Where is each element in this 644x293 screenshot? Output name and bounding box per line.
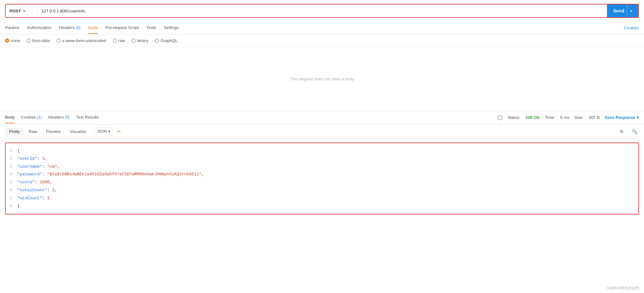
response-meta: Status: 200 OK Time: 6 ms Size: 307 B Sa… [497, 115, 639, 120]
tab-tests[interactable]: Tests [147, 22, 156, 34]
status-value: 200 OK [526, 115, 540, 120]
format-label: JSON [97, 129, 107, 134]
time-value: 6 ms [560, 115, 569, 120]
body-type-binary[interactable]: binary [132, 38, 148, 43]
resp-tab-cookies[interactable]: Cookies (1) [21, 112, 42, 123]
code-line-6: 6 "totalCount": 2, [6, 187, 638, 194]
body-type-urlencoded[interactable]: x-www-form-urlencoded [57, 38, 106, 43]
radio-form-data [27, 39, 31, 43]
tab-params[interactable]: Params [5, 22, 19, 34]
footer-text: CSDN @粉色的志明 [607, 286, 639, 290]
code-line-2: 2 "userId": 3, [6, 155, 638, 163]
headers-badge: (9) [76, 26, 80, 30]
viewer-actions: ⧉ 🔍 [617, 127, 639, 136]
request-tab-bar: Params Authorization Headers (9) Body Pr… [0, 22, 644, 34]
code-line-1: 1 { [6, 147, 638, 155]
send-label: Send [613, 8, 624, 13]
tab-pre-request[interactable]: Pre-request Script [105, 22, 139, 34]
copy-icon[interactable]: ⧉ [617, 127, 626, 136]
radio-raw [113, 39, 117, 43]
code-line-7: 7 "winCount": 1 [6, 194, 638, 202]
save-response-button[interactable]: Save Response ▾ [605, 115, 639, 120]
viewer-tab-raw[interactable]: Raw [25, 128, 41, 136]
globe-icon [497, 115, 503, 120]
viewer-tab-preview[interactable]: Preview [42, 128, 64, 136]
radio-urlencoded [57, 39, 61, 43]
response-tabs: Body Cookies (1) Headers (5) Test Result… [5, 112, 497, 123]
body-types: none form-data x-www-form-urlencoded raw… [0, 34, 644, 47]
resp-cookies-badge: (1) [37, 115, 42, 120]
size-value: 307 B [589, 115, 600, 120]
page-footer: CSDN @粉色的志明 [607, 286, 639, 290]
resp-tab-headers[interactable]: Headers (5) [48, 112, 70, 123]
send-chevron: ▾ [627, 4, 632, 17]
radio-none [5, 39, 9, 43]
body-type-none[interactable]: none [5, 38, 20, 43]
format-select[interactable]: JSON ▾ [94, 128, 113, 135]
code-line-8: 8 } [6, 202, 638, 210]
request-tabs: Params Authorization Headers (9) Body Pr… [5, 22, 624, 34]
url-bar: POST ▾ Send ▾ [5, 4, 639, 18]
send-button[interactable]: Send ▾ [607, 4, 638, 17]
code-line-3: 3 "username": "cm", [6, 163, 638, 171]
tab-authorization[interactable]: Authorization [27, 22, 51, 34]
body-type-raw[interactable]: raw [113, 38, 125, 43]
code-line-4: 4 "password": "$2a$10$Bs4wNEkledVlGZa6wS… [6, 171, 638, 179]
tab-settings[interactable]: Settings [164, 22, 179, 34]
viewer-tab-pretty[interactable]: Pretty [5, 128, 24, 136]
no-body-message: This request does not have a body [290, 77, 354, 81]
time-label: Time: [545, 115, 555, 120]
tab-headers[interactable]: Headers (9) [59, 22, 80, 34]
radio-binary [132, 39, 136, 43]
method-select[interactable]: POST ▾ [6, 9, 38, 13]
method-label: POST [10, 9, 21, 13]
response-tab-bar: Body Cookies (1) Headers (5) Test Result… [0, 111, 644, 124]
radio-graphql [155, 39, 159, 43]
viewer-tab-bar: Pretty Raw Preview Visualize JSON ▾ ⇌ ⧉ … [0, 124, 644, 139]
code-line-5: 5 "score": 1000, [6, 179, 638, 187]
size-label: Size: [574, 115, 584, 120]
body-type-form-data[interactable]: form-data [27, 38, 50, 43]
json-response-area: 1 { 2 "userId": 3, 3 "username": "cm", 4… [5, 143, 639, 215]
cookies-link[interactable]: Cookies [624, 26, 639, 30]
filter-icon[interactable]: ⇌ [117, 129, 121, 134]
request-body-area: This request does not have a body [0, 47, 644, 111]
body-type-graphql[interactable]: GraphQL [155, 38, 178, 43]
format-chevron: ▾ [108, 129, 110, 134]
resp-headers-badge: (5) [65, 115, 70, 120]
viewer-tab-visualize[interactable]: Visualize [66, 128, 90, 136]
url-input[interactable] [38, 9, 607, 13]
method-chevron: ▾ [23, 9, 25, 13]
status-label: Status: [508, 115, 520, 120]
resp-tab-body[interactable]: Body [5, 112, 15, 123]
tab-body[interactable]: Body [88, 22, 98, 34]
search-icon[interactable]: 🔍 [630, 127, 639, 136]
resp-tab-test-results[interactable]: Test Results [76, 112, 99, 123]
